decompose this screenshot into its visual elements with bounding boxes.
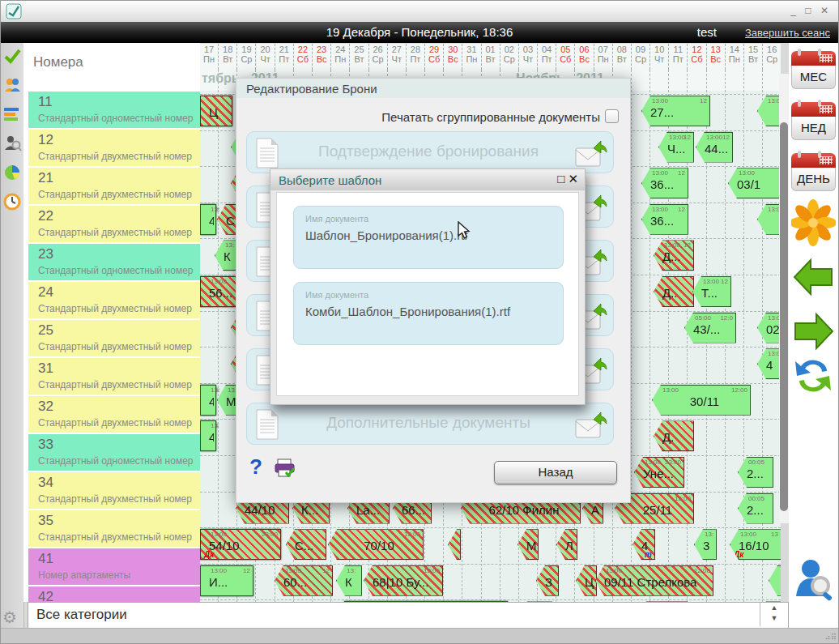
day-header-28[interactable]: 28Пт — [407, 44, 425, 70]
vertical-scrollbar[interactable] — [779, 74, 789, 523]
booking-block[interactable]: 13:001316/10Дк — [730, 529, 781, 560]
refresh-icon[interactable] — [791, 353, 836, 403]
room-row-25[interactable]: 25Стандартный двухместный номер — [28, 320, 200, 356]
help-button[interactable]: ? — [249, 454, 262, 480]
send-email-icon[interactable] — [574, 410, 608, 441]
send-email-icon[interactable] — [574, 139, 608, 169]
arrow-left-icon[interactable] — [791, 256, 836, 301]
day-header-30[interactable]: 30Вс — [444, 44, 462, 70]
room-row-22[interactable]: 22Стандартный двухместный номер — [28, 206, 200, 242]
day-header-17[interactable]: 17Пн — [200, 44, 219, 70]
close-icon[interactable]: ✕ — [568, 172, 578, 186]
field-value[interactable]: Комби_Шаблон_Бронирования(1).rtf — [305, 305, 510, 318]
day-header-05[interactable]: 05Сб — [556, 44, 575, 70]
day-header-01[interactable]: 01Вт — [482, 44, 500, 70]
logout-link[interactable]: Завершить сеанс — [745, 27, 830, 39]
category-filter[interactable]: Все категории ▲▼ — [28, 602, 789, 629]
flower-icon[interactable] — [791, 199, 836, 249]
guests-icon[interactable] — [2, 75, 22, 95]
arrow-right-icon[interactable] — [791, 310, 836, 356]
booking-block[interactable]: 13:001236... — [641, 204, 688, 235]
room-row-33[interactable]: 33Стандартный одноместный номер — [28, 434, 200, 471]
day-header-06[interactable]: 06Вс — [575, 44, 594, 70]
day-header-15[interactable]: 15Вт — [744, 44, 763, 70]
room-row-41[interactable]: 41Номер апартаменты — [28, 548, 200, 585]
room-row-23[interactable]: 23Стандартный одноместный номер — [28, 244, 200, 280]
day-header-26[interactable]: 26Ср — [369, 44, 388, 70]
template-field[interactable]: Имя документаКомби_Шаблон_Бронирования(1… — [293, 282, 564, 345]
day-header-25[interactable]: 25Вт — [350, 44, 368, 70]
booking-block[interactable]: 13:0023:0054/10Дк — [200, 529, 281, 560]
room-row-21[interactable]: 21Стандартный двухместный номер — [28, 168, 200, 204]
day-header-27[interactable]: 27Чт — [388, 44, 407, 70]
day-header-02[interactable]: 02Ср — [500, 44, 519, 70]
booking-block[interactable]: 13:0012:0009/11 Стрелкова — [595, 565, 713, 596]
day-header-18[interactable]: 18Вт — [219, 44, 237, 70]
booking-block[interactable]: 13:4 — [200, 385, 216, 416]
day-header-14[interactable]: 14Пн — [726, 44, 744, 70]
window-titlebar[interactable]: _ □ ✕ — [1, 1, 838, 23]
day-header-12[interactable]: 12Сб — [688, 44, 706, 70]
maximize-icon[interactable]: □ — [557, 172, 564, 186]
booking-block[interactable]: Ц — [200, 96, 232, 126]
booking-block[interactable]: 12:0068|10 Бу... — [364, 565, 443, 596]
day-header-09[interactable]: 09Ср — [632, 44, 650, 70]
booking-block[interactable]: 13:4 — [200, 204, 216, 235]
day-header-21[interactable]: 21Пт — [275, 44, 294, 70]
scrollbar-thumb[interactable] — [780, 122, 788, 511]
document-row[interactable]: Дополнительные документы — [246, 403, 614, 445]
category-spinner[interactable]: ▲▼ — [760, 603, 788, 626]
template-dialog-title[interactable]: Выберите шаблон — [270, 169, 585, 190]
booking-block[interactable]: 13:001227... — [641, 96, 710, 126]
group-print-checkbox[interactable] — [605, 109, 619, 123]
day-header-08[interactable]: 08Вт — [613, 44, 632, 70]
booking-block[interactable]: 05:0012:043/... — [684, 313, 736, 343]
stats-bars-icon[interactable] — [2, 104, 22, 124]
room-row-32[interactable]: 32Стандартный двухместный номер — [28, 396, 200, 433]
booking-block[interactable]: 13:001236... — [641, 168, 688, 198]
confirm-check-icon[interactable] — [2, 46, 22, 66]
template-field[interactable]: Имя документаШаблон_Бронирования(1).rtf — [293, 206, 564, 269]
room-row-31[interactable]: 31Стандартный двухместный номер — [28, 358, 200, 395]
field-value[interactable]: Шаблон_Бронирования(1).rtf — [305, 228, 468, 242]
booking-block[interactable]: 13:0012И... — [200, 565, 253, 596]
guest-search-icon[interactable] — [2, 134, 22, 153]
booking-block[interactable]: 13:0003/1 — [728, 168, 781, 198]
back-button[interactable]: Назад — [494, 461, 617, 484]
booking-block[interactable]: 134 — [200, 420, 216, 451]
day-header-03[interactable]: 03Чт — [519, 44, 538, 70]
room-row-34[interactable]: 34Стандартный двухместный номер — [28, 472, 200, 509]
day-header-31[interactable]: 31Пн — [462, 44, 481, 70]
resize-grip[interactable]: ⠴⠿ — [824, 633, 837, 642]
window-controls[interactable]: _ □ ✕ — [790, 5, 832, 16]
room-row-24[interactable]: 24Стандартный двухместный номер — [28, 282, 200, 318]
day-header-11[interactable]: 11Пт — [669, 44, 688, 70]
day-header-04[interactable]: 04Пт — [538, 44, 556, 70]
booking-edit-dialog-title[interactable]: Редактирование Брони — [236, 79, 630, 98]
room-row-42[interactable]: 42Номер апартаменты — [28, 586, 200, 602]
room-row-35[interactable]: 35Стандартный двухместный номер — [28, 510, 200, 547]
pie-chart-icon[interactable] — [2, 163, 22, 182]
guest-search-icon[interactable] — [791, 556, 836, 606]
month-view-button[interactable]: МЕС — [791, 51, 836, 89]
booking-block[interactable]: 12:0070/10 — [328, 529, 424, 560]
room-row-12[interactable]: 12Стандартный двухместный номер — [28, 130, 200, 166]
day-header-10[interactable]: 10Чт — [650, 44, 669, 70]
settings-gear-icon[interactable]: ⚙ — [2, 608, 17, 627]
booking-block[interactable]: 13:0012:0030/11 — [652, 385, 751, 416]
day-header-24[interactable]: 24Пн — [331, 44, 350, 70]
booking-block[interactable]: 13:0023:00Уне... — [634, 457, 684, 488]
day-header-20[interactable]: 20Чт — [257, 44, 275, 70]
print-button-icon[interactable] — [274, 458, 296, 479]
clock-icon[interactable] — [2, 192, 22, 211]
day-header-22[interactable]: 22Сб — [294, 44, 313, 70]
document-row[interactable]: Подтверждение бронирования — [246, 131, 614, 173]
week-view-button[interactable]: НЕД — [791, 102, 836, 140]
day-header-13[interactable]: 13Вс — [707, 44, 726, 70]
day-header-16[interactable]: 16Ср — [763, 44, 781, 70]
day-view-button[interactable]: ДЕНЬ — [791, 153, 836, 191]
room-row-11[interactable]: 11Стандартный одноместный номер — [28, 92, 200, 128]
day-header-07[interactable]: 07Пн — [594, 44, 613, 70]
day-header-19[interactable]: 19Ср — [237, 44, 256, 70]
day-header-23[interactable]: 23Вс — [313, 44, 331, 70]
